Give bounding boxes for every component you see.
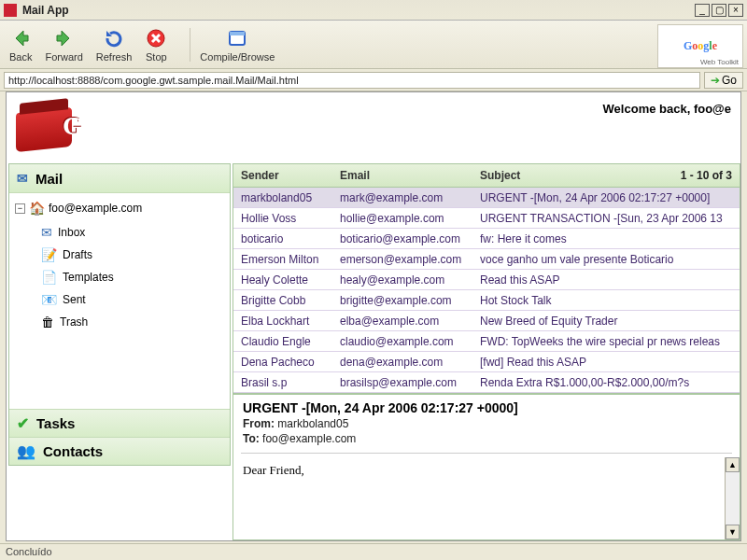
app-frame: G Welcome back, foo@e ✉ Mail − 🏠 foo@exa… — [6, 91, 741, 541]
gwt-logo: Google Web Toolkit — [657, 24, 743, 68]
arrow-right-icon — [53, 27, 76, 49]
folder-templates[interactable]: 📄 Templates — [41, 266, 224, 288]
main-panel: Sender Email Subject 1 - 10 of 3 markbol… — [233, 163, 740, 540]
go-button[interactable]: ➔ Go — [704, 72, 743, 89]
cell-email: elba@example.com — [332, 315, 472, 328]
check-icon: ✔ — [17, 414, 29, 432]
draft-icon: 📝 — [41, 247, 57, 262]
sidebar-section-tasks[interactable]: ✔ Tasks — [9, 409, 230, 437]
go-arrow-icon: ➔ — [711, 74, 720, 87]
preview-to: To: foo@example.com — [243, 432, 730, 445]
sidebar-section-mail[interactable]: ✉ Mail — [9, 164, 230, 192]
app-header: G Welcome back, foo@e — [7, 92, 740, 163]
browser-icon — [226, 27, 248, 49]
scroll-up-icon[interactable]: ▲ — [726, 457, 740, 472]
tree-account[interactable]: − 🏠 foo@example.com — [15, 201, 224, 216]
mail-row[interactable]: Dena Pachecodena@example.com[fwd] Read t… — [233, 352, 740, 372]
svg-rect-2 — [230, 32, 245, 35]
cell-subject: voce ganho um vale presente Boticario — [472, 253, 740, 266]
app-icon — [4, 4, 17, 17]
folder-inbox[interactable]: ✉ Inbox — [41, 221, 224, 244]
cell-subject: fw: Here it comes — [472, 232, 740, 245]
address-bar: ➔ Go — [0, 69, 747, 91]
home-mail-icon: 🏠 — [29, 201, 45, 216]
mail-row[interactable]: Emerson Miltonemerson@example.comvoce ga… — [233, 249, 740, 270]
window-titlebar: Mail App _ ▢ × — [0, 0, 747, 21]
compile-browse-button[interactable]: Compile/Browse — [200, 27, 275, 63]
refresh-button[interactable]: Refresh — [96, 27, 133, 63]
cell-sender: Brigitte Cobb — [233, 294, 332, 307]
cell-subject: FWD: TopWeeks the wire special pr news r… — [472, 335, 740, 348]
welcome-text: Welcome back, foo@e — [603, 102, 731, 116]
maximize-button[interactable]: ▢ — [712, 4, 726, 17]
cell-sender: Claudio Engle — [233, 335, 332, 348]
mail-row[interactable]: Hollie Vosshollie@example.comURGENT TRAN… — [233, 208, 740, 229]
url-input[interactable] — [4, 72, 700, 89]
cell-subject: URGENT TRANSACTION -[Sun, 23 Apr 2006 13 — [472, 212, 740, 225]
cell-sender: Hollie Voss — [233, 212, 332, 225]
folder-drafts[interactable]: 📝 Drafts — [41, 244, 224, 266]
status-bar: Concluído — [0, 543, 747, 560]
envelope-icon: ✉ — [41, 225, 52, 240]
folder-sent[interactable]: 📧 Sent — [41, 288, 224, 311]
mail-row[interactable]: Brigitte Cobbbrigitte@example.comHot Sto… — [233, 290, 740, 311]
forward-button[interactable]: Forward — [45, 27, 82, 63]
back-button[interactable]: Back — [9, 27, 32, 63]
cell-email: claudio@example.com — [332, 335, 472, 348]
scrollbar[interactable]: ▲ ▼ — [725, 457, 740, 539]
cell-subject: URGENT -[Mon, 24 Apr 2006 02:17:27 +0000… — [472, 191, 740, 204]
cell-email: mark@example.com — [332, 191, 472, 204]
preview-body[interactable]: Dear Friend, ▲ ▼ — [233, 457, 740, 539]
cell-subject: Renda Extra R$1.000,00-R$2.000,00/m?s — [472, 376, 740, 389]
col-sender[interactable]: Sender — [233, 169, 332, 182]
trash-icon: 🗑 — [41, 315, 54, 329]
mail-folder-tree: − 🏠 foo@example.com ✉ Inbox 📝 Drafts — [9, 192, 230, 409]
pager-text: 1 - 10 of 3 — [673, 169, 740, 182]
mail-row[interactable]: boticarioboticario@example.comfw: Here i… — [233, 229, 740, 249]
cell-email: hollie@example.com — [332, 212, 472, 225]
cell-sender: boticario — [233, 232, 332, 245]
toolbar-separator — [190, 28, 190, 62]
collapse-icon[interactable]: − — [15, 203, 25, 214]
template-icon: 📄 — [41, 270, 57, 285]
window-title: Mail App — [22, 4, 695, 17]
mail-row[interactable]: Brasil s.pbrasilsp@example.comRenda Extr… — [233, 372, 740, 393]
stop-button[interactable]: Stop — [145, 27, 167, 63]
cell-email: brigitte@example.com — [332, 294, 472, 307]
envelope-icon: ✉ — [17, 171, 28, 186]
cell-email: healy@example.com — [332, 273, 472, 287]
mail-row[interactable]: Elba Lockhartelba@example.comNew Breed o… — [233, 311, 740, 331]
scroll-down-icon[interactable]: ▼ — [726, 525, 740, 539]
mail-row[interactable]: Claudio Engleclaudio@example.comFWD: Top… — [233, 331, 740, 352]
divider — [241, 453, 732, 454]
cell-sender: Elba Lockhart — [233, 315, 332, 328]
sidebar-section-contacts[interactable]: 👥 Contacts — [9, 437, 230, 465]
cell-subject: Hot Stock Talk — [472, 294, 740, 307]
sent-icon: 📧 — [41, 292, 57, 307]
scroll-track[interactable] — [726, 472, 740, 525]
mail-list-header: Sender Email Subject 1 - 10 of 3 — [233, 163, 740, 188]
preview-from: From: markboland05 — [243, 417, 730, 430]
cell-email: dena@example.com — [332, 356, 472, 369]
cell-email: boticario@example.com — [332, 232, 472, 245]
mail-row[interactable]: markboland05mark@example.comURGENT -[Mon… — [233, 188, 740, 208]
app-logo: G — [14, 99, 94, 161]
minimize-button[interactable]: _ — [695, 4, 710, 17]
close-button[interactable]: × — [728, 4, 743, 17]
cell-email: brasilsp@example.com — [332, 376, 472, 389]
cell-sender: markboland05 — [233, 191, 332, 204]
col-email[interactable]: Email — [332, 169, 472, 182]
refresh-icon — [103, 27, 125, 49]
cell-subject: New Breed of Equity Trader — [472, 315, 740, 328]
contacts-icon: 👥 — [17, 442, 35, 460]
cell-sender: Healy Colette — [233, 273, 332, 287]
folder-trash[interactable]: 🗑 Trash — [41, 311, 224, 333]
mail-row[interactable]: Healy Colettehealy@example.comRead this … — [233, 270, 740, 290]
cell-sender: Dena Pacheco — [233, 356, 332, 369]
cell-subject: [fwd] Read this ASAP — [472, 356, 740, 369]
sidebar: ✉ Mail − 🏠 foo@example.com ✉ Inbox — [7, 163, 233, 540]
stop-icon — [145, 27, 167, 49]
cell-sender: Emerson Milton — [233, 253, 332, 266]
browser-toolbar: Back Forward Refresh Stop Compile/Browse… — [0, 21, 747, 69]
col-subject[interactable]: Subject — [472, 169, 673, 182]
